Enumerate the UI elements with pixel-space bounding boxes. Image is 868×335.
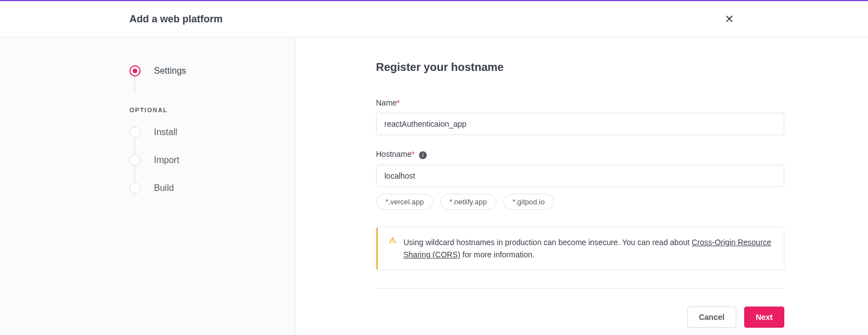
page-title: Register your hostname [376, 61, 784, 74]
step-indicator-active-icon [129, 65, 141, 76]
close-icon: ✕ [725, 13, 734, 25]
wizard-sidebar: Settings OPTIONAL Install Import Build [0, 37, 296, 335]
hostname-chip-gitpod[interactable]: *.gitpod.io [503, 194, 554, 210]
step-indicator-icon [129, 155, 141, 166]
step-connector [134, 76, 135, 93]
alert-icon-wrap [378, 227, 403, 270]
modal-body: Settings OPTIONAL Install Import Build R… [0, 37, 868, 335]
hostname-field: Hostname* i *.vercel.app *.netlify.app *… [376, 150, 784, 210]
step-connector [134, 138, 135, 155]
name-label-text: Name [376, 98, 397, 107]
step-settings[interactable]: Settings [129, 65, 295, 76]
info-icon[interactable]: i [419, 151, 427, 159]
wizard-actions: Cancel Next [376, 307, 784, 328]
name-field: Name* [376, 98, 784, 135]
warning-triangle-icon [389, 236, 397, 244]
step-indicator-icon [129, 183, 141, 194]
step-label: Install [154, 127, 177, 137]
hostname-chip-vercel[interactable]: *.vercel.app [376, 194, 433, 210]
optional-section-label: OPTIONAL [129, 107, 295, 113]
alert-text: Using wildcard hostnames in production c… [403, 227, 784, 270]
wizard-main: Register your hostname Name* Hostname* i… [296, 37, 868, 335]
name-label: Name* [376, 98, 784, 107]
divider [376, 288, 784, 289]
hostname-suggestions: *.vercel.app *.netlify.app *.gitpod.io [376, 194, 784, 210]
wildcard-warning-alert: Using wildcard hostnames in production c… [376, 227, 784, 271]
hostname-input[interactable] [376, 165, 784, 187]
modal-title: Add a web platform [129, 13, 223, 25]
modal-header: Add a web platform ✕ [0, 1, 868, 37]
close-button[interactable]: ✕ [720, 12, 739, 26]
step-import[interactable]: Import [129, 155, 295, 166]
hostname-label: Hostname* i [376, 150, 784, 159]
next-button[interactable]: Next [744, 307, 784, 328]
alert-text-post: for more information. [460, 250, 534, 259]
step-label: Settings [154, 66, 186, 76]
step-connector [134, 166, 135, 183]
name-input[interactable] [376, 113, 784, 135]
alert-text-pre: Using wildcard hostnames in production c… [403, 238, 692, 247]
step-install[interactable]: Install [129, 127, 295, 138]
required-asterisk: * [412, 150, 414, 159]
hostname-chip-netlify[interactable]: *.netlify.app [440, 194, 496, 210]
step-label: Import [154, 155, 179, 165]
hostname-label-text: Hostname [376, 150, 412, 159]
required-asterisk: * [397, 98, 399, 107]
step-indicator-icon [129, 127, 141, 138]
cancel-button[interactable]: Cancel [687, 307, 736, 328]
step-label: Build [154, 183, 174, 193]
step-build[interactable]: Build [129, 183, 295, 194]
